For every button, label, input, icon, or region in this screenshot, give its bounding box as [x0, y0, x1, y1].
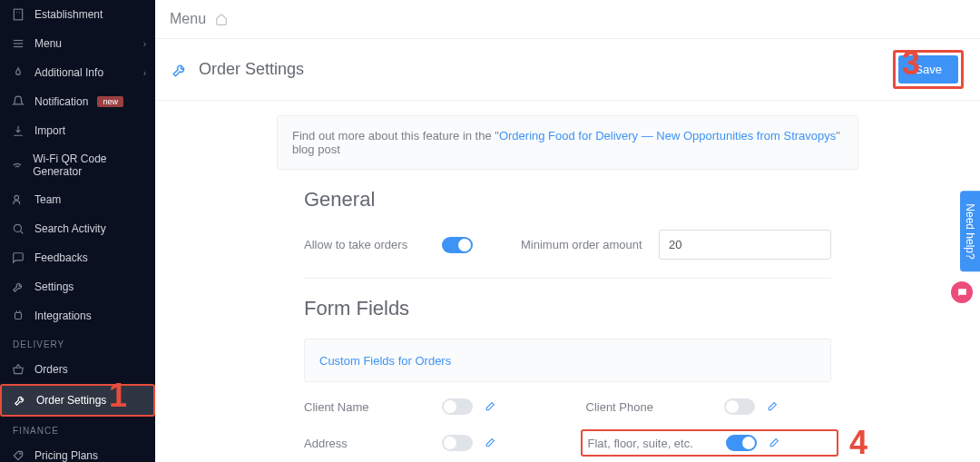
- sidebar-label: Pricing Plans: [34, 449, 98, 462]
- annotation-3: 3: [902, 44, 920, 83]
- sidebar-item-team[interactable]: Team: [0, 185, 155, 214]
- sidebar-label: Feedbacks: [34, 251, 88, 264]
- main-content: Menu Order Settings 3 Save Find out more…: [155, 0, 980, 462]
- help-tab[interactable]: Need help?: [960, 191, 980, 271]
- info-link[interactable]: Ordering Food for Delivery — New Opportu…: [499, 129, 836, 143]
- sidebar-label: Establishment: [34, 8, 103, 21]
- svg-point-6: [15, 195, 19, 200]
- allow-orders-toggle[interactable]: [442, 237, 473, 253]
- sidebar-item-import[interactable]: Import: [0, 116, 155, 145]
- sidebar-item-pricing-plans[interactable]: Pricing Plans: [0, 441, 155, 462]
- custom-fields-box: Custom Fields for Orders: [304, 339, 831, 382]
- sidebar-item-additional-info[interactable]: Additional Info ›: [0, 58, 155, 87]
- svg-line-8: [20, 231, 23, 233]
- sidebar-item-feedbacks[interactable]: Feedbacks: [0, 243, 155, 272]
- sidebar-item-wifi-qr[interactable]: Wi-Fi QR Code Generator: [0, 145, 155, 185]
- flame-icon: [11, 65, 25, 80]
- topbar: Menu: [155, 0, 980, 39]
- new-badge: new: [97, 96, 123, 107]
- search-activity-icon: [11, 221, 25, 236]
- min-amount-label: Minimum order amount: [521, 238, 648, 251]
- sidebar-label: Wi-Fi QR Code Generator: [33, 152, 144, 178]
- sidebar-label: Settings: [34, 280, 74, 293]
- edit-icon[interactable]: [768, 437, 779, 449]
- tag-icon: [11, 448, 25, 462]
- sidebar-label: Notification: [34, 95, 88, 108]
- edit-icon[interactable]: [766, 401, 778, 413]
- section-title-general: General: [304, 188, 958, 211]
- sidebar-item-notification[interactable]: Notification new: [0, 87, 155, 116]
- address-toggle[interactable]: [442, 435, 473, 451]
- annotation-4: 4: [849, 424, 867, 462]
- flat-toggle[interactable]: [726, 435, 757, 451]
- divider: [304, 278, 831, 279]
- wrench-icon: [13, 393, 27, 408]
- client-name-label: Client Name: [304, 400, 431, 414]
- plug-icon: [11, 309, 25, 323]
- sidebar-item-menu[interactable]: Menu ›: [0, 29, 155, 58]
- section-title-form-fields: Form Fields: [304, 297, 958, 320]
- address-label: Address: [304, 437, 431, 450]
- allow-orders-label: Allow to take orders: [304, 238, 431, 251]
- sidebar-item-establishment[interactable]: Establishment: [0, 0, 155, 29]
- sidebar-section-finance: FINANCE: [0, 417, 155, 441]
- bell-icon: [11, 94, 25, 109]
- page-title: Order Settings: [199, 60, 882, 79]
- sidebar-item-orders[interactable]: Orders: [0, 355, 155, 384]
- flat-label: Flat, floor, suite, etc.: [588, 437, 715, 450]
- client-phone-label: Client Phone: [586, 400, 713, 414]
- client-phone-toggle[interactable]: [724, 398, 755, 415]
- sidebar-label: Integrations: [34, 310, 92, 322]
- svg-rect-0: [14, 9, 22, 20]
- min-amount-input[interactable]: [659, 230, 831, 260]
- sidebar-label: Search Activity: [34, 222, 106, 235]
- sidebar-label: Orders: [34, 363, 68, 376]
- sidebar-label: Order Settings: [36, 394, 106, 407]
- sidebar-label: Additional Info: [34, 66, 103, 79]
- svg-point-7: [14, 224, 21, 231]
- allow-orders-row: Allow to take orders: [304, 237, 485, 253]
- wifi-icon: [11, 158, 24, 172]
- download-icon: [11, 123, 25, 138]
- breadcrumb: Menu: [170, 11, 206, 27]
- sidebar-item-settings[interactable]: Settings: [0, 272, 155, 301]
- wrench-icon: [172, 62, 188, 78]
- users-icon: [11, 192, 25, 207]
- sidebar-item-order-settings[interactable]: Order Settings: [0, 384, 155, 417]
- edit-icon[interactable]: [484, 437, 495, 449]
- menu-icon: [11, 36, 25, 51]
- page-header: Order Settings 3 Save: [155, 39, 980, 101]
- sidebar: Establishment Menu › Additional Info › N…: [0, 0, 155, 462]
- sidebar-label: Menu: [34, 37, 62, 50]
- wrench-icon: [11, 280, 25, 294]
- content-area: Find out more about this feature in the …: [155, 101, 980, 462]
- svg-rect-9: [15, 313, 22, 319]
- svg-point-12: [20, 453, 21, 454]
- annotation-1: 1: [109, 377, 127, 415]
- sidebar-label: Import: [34, 124, 65, 137]
- building-icon: [11, 7, 25, 22]
- chevron-right-icon: ›: [143, 68, 146, 78]
- sidebar-item-integrations[interactable]: Integrations: [0, 301, 155, 330]
- chat-bubble-icon[interactable]: [951, 281, 973, 303]
- sidebar-item-search-activity[interactable]: Search Activity: [0, 214, 155, 243]
- home-icon[interactable]: [215, 13, 228, 25]
- feedback-icon: [11, 251, 25, 265]
- basket-icon: [11, 362, 25, 377]
- chevron-right-icon: ›: [143, 39, 146, 49]
- custom-fields-link[interactable]: Custom Fields for Orders: [319, 354, 451, 368]
- sidebar-section-delivery: DELIVERY: [0, 330, 155, 355]
- info-box: Find out more about this feature in the …: [277, 115, 858, 170]
- client-name-toggle[interactable]: [442, 398, 473, 415]
- edit-icon[interactable]: [484, 401, 495, 413]
- sidebar-label: Team: [34, 193, 61, 206]
- min-amount-row: Minimum order amount: [521, 230, 831, 260]
- info-prefix: Find out more about this feature in the …: [292, 129, 499, 143]
- flat-field-highlight: Flat, floor, suite, etc.: [581, 429, 839, 457]
